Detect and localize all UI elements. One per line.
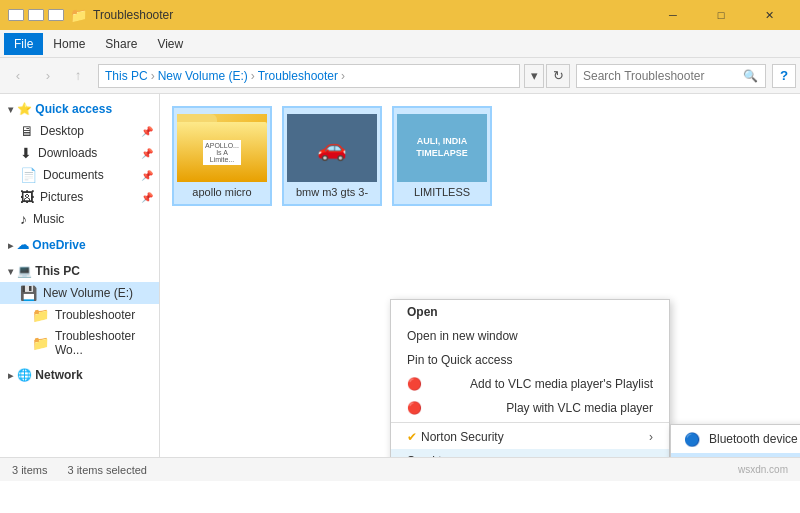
sub-compressed[interactable]: 🗜 Compressed (zipped) folder [671, 453, 800, 457]
file-item-apollo[interactable]: APOLLO...Is ALimite... apollo micro [172, 106, 272, 206]
file-name-bmw: bmw m3 gts 3- [296, 186, 368, 198]
title-bar: 📁 Troubleshooter ─ □ ✕ [0, 0, 800, 30]
sidebar-item-downloads[interactable]: ⬇ Downloads 📌 [0, 142, 159, 164]
sidebar-item-desktop[interactable]: 🖥 Desktop 📌 [0, 120, 159, 142]
chevron-icon: ▸ [8, 240, 13, 251]
sidebar-quickaccess-label: ⭐ Quick access [17, 102, 112, 116]
ctx-norton[interactable]: ✔Norton Security › [391, 425, 669, 449]
sidebar-thispc-label: 💻 This PC [17, 264, 80, 278]
menu-home[interactable]: Home [43, 33, 95, 55]
minimize-button[interactable]: ─ [650, 0, 696, 30]
breadcrumb-thispc[interactable]: This PC [105, 69, 148, 83]
menu-bar: File Home Share View [0, 30, 800, 58]
sidebar-item-troubleshooterwo[interactable]: 📁 Troubleshooter Wo... [0, 326, 159, 360]
maximize-button[interactable]: □ [698, 0, 744, 30]
ctx-play-vlc[interactable]: 🔴Play with VLC media player [391, 396, 669, 420]
ctx-open-new-window[interactable]: Open in new window [391, 324, 669, 348]
vlc-icon: 🔴 [407, 377, 422, 391]
sidebar-header-thispc[interactable]: ▾ 💻 This PC [0, 260, 159, 282]
breadcrumb-troubleshooter[interactable]: Troubleshooter [258, 69, 338, 83]
sidebar-header-network[interactable]: ▸ 🌐 Network [0, 364, 159, 386]
sidebar-item-label: Troubleshooter Wo... [55, 329, 151, 357]
menu-file[interactable]: File [4, 33, 43, 55]
sidebar-item-pictures[interactable]: 🖼 Pictures 📌 [0, 186, 159, 208]
sidebar-header-quickaccess[interactable]: ▾ ⭐ Quick access [0, 98, 159, 120]
car-thumb: 🚗 [287, 114, 377, 182]
pin-icon: 📌 [141, 126, 153, 137]
sidebar-item-troubleshooter[interactable]: 📁 Troubleshooter [0, 304, 159, 326]
sidebar: ▾ ⭐ Quick access 🖥 Desktop 📌 ⬇ Downloads… [0, 94, 160, 457]
title-icon-1 [8, 9, 24, 21]
submenu-arrow: › [649, 430, 653, 444]
folder-icon: 📁 [32, 335, 49, 351]
sidebar-network-label: 🌐 Network [17, 368, 83, 382]
ctx-send-to[interactable]: Send to › [391, 449, 669, 457]
pictures-icon: 🖼 [20, 189, 34, 205]
ctx-add-vlc[interactable]: 🔴Add to VLC media player's Playlist [391, 372, 669, 396]
pin-icon: 📌 [141, 192, 153, 203]
toolbar: ‹ › ↑ This PC › New Volume (E:) › Troubl… [0, 58, 800, 94]
chevron-icon: ▾ [8, 266, 13, 277]
downloads-icon: ⬇ [20, 145, 32, 161]
title-icon-3 [48, 9, 64, 21]
file-item-limitless[interactable]: AULI, INDIATIMELAPSE LIMITLESS [392, 106, 492, 206]
sidebar-section-network: ▸ 🌐 Network [0, 364, 159, 386]
search-input[interactable] [583, 69, 743, 83]
folder-inner: APOLLO...Is ALimite... [177, 122, 267, 182]
title-icon-2 [28, 9, 44, 21]
sidebar-item-label: New Volume (E:) [43, 286, 133, 300]
status-bar: 3 items 3 items selected wsxdn.com [0, 457, 800, 481]
refresh-button[interactable]: ↻ [546, 64, 570, 88]
sidebar-item-label: Pictures [40, 190, 83, 204]
title-folder-icon: 📁 [70, 7, 87, 23]
submenu-arrow: › [649, 454, 653, 457]
music-icon: ♪ [20, 211, 27, 227]
help-button[interactable]: ? [772, 64, 796, 88]
pin-icon: 📌 [141, 148, 153, 159]
sidebar-item-label: Music [33, 212, 64, 226]
sidebar-item-label: Desktop [40, 124, 84, 138]
submenu: 🔵 Bluetooth device 🗜 Compressed (zipped)… [670, 424, 800, 457]
menu-view[interactable]: View [147, 33, 193, 55]
newvolume-icon: 💾 [20, 285, 37, 301]
sidebar-section-quickaccess: ▾ ⭐ Quick access 🖥 Desktop 📌 ⬇ Downloads… [0, 98, 159, 230]
ctx-open[interactable]: Open [391, 300, 669, 324]
item-count: 3 items [12, 464, 47, 476]
ctx-divider-1 [391, 422, 669, 423]
sidebar-item-thispc-active[interactable]: 💾 New Volume (E:) [0, 282, 159, 304]
breadcrumb: This PC › New Volume (E:) › Troubleshoot… [98, 64, 520, 88]
watermark: wsxdn.com [738, 464, 788, 475]
sidebar-section-onedrive: ▸ ☁ OneDrive [0, 234, 159, 256]
window-title: Troubleshooter [93, 8, 173, 22]
sidebar-item-label: Documents [43, 168, 104, 182]
file-item-bmw[interactable]: 🚗 bmw m3 gts 3- [282, 106, 382, 206]
file-thumb-limitless: AULI, INDIATIMELAPSE [397, 114, 487, 182]
breadcrumb-newvolume[interactable]: New Volume (E:) [158, 69, 248, 83]
sidebar-item-label: Downloads [38, 146, 97, 160]
forward-button[interactable]: › [34, 62, 62, 90]
close-button[interactable]: ✕ [746, 0, 792, 30]
sidebar-section-thispc: ▾ 💻 This PC 💾 New Volume (E:) 📁 Troubles… [0, 260, 159, 360]
ctx-pin-quick-access[interactable]: Pin to Quick access [391, 348, 669, 372]
file-thumb-bmw: 🚗 [287, 114, 377, 182]
up-button[interactable]: ↑ [64, 62, 92, 90]
sub-item-label: Bluetooth device [709, 432, 798, 446]
sidebar-item-documents[interactable]: 📄 Documents 📌 [0, 164, 159, 186]
context-menu: Open Open in new window Pin to Quick acc… [390, 299, 670, 457]
menu-share[interactable]: Share [95, 33, 147, 55]
title-bar-controls: ─ □ ✕ [650, 0, 792, 30]
documents-icon: 📄 [20, 167, 37, 183]
chevron-icon: ▾ [8, 104, 13, 115]
sub-bluetooth[interactable]: 🔵 Bluetooth device [671, 425, 800, 453]
dropdown-button[interactable]: ▾ [524, 64, 544, 88]
sidebar-item-label: Troubleshooter [55, 308, 135, 322]
file-name-limitless: LIMITLESS [414, 186, 470, 198]
folder-icon: 📁 [32, 307, 49, 323]
sidebar-item-music[interactable]: ♪ Music [0, 208, 159, 230]
bluetooth-icon: 🔵 [683, 430, 701, 448]
pin-icon: 📌 [141, 170, 153, 181]
sidebar-header-onedrive[interactable]: ▸ ☁ OneDrive [0, 234, 159, 256]
back-button[interactable]: ‹ [4, 62, 32, 90]
file-name-apollo: apollo micro [192, 186, 251, 198]
search-box[interactable]: 🔍 [576, 64, 766, 88]
